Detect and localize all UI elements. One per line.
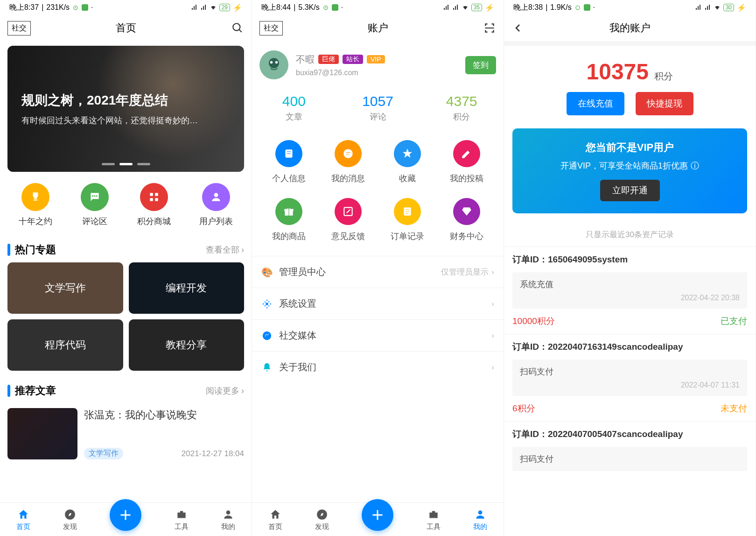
compass-icon bbox=[63, 508, 77, 522]
svg-point-4 bbox=[94, 195, 96, 197]
battery-icon: 29 bbox=[219, 4, 230, 11]
row-social-media[interactable]: 社交媒体 › bbox=[252, 319, 504, 351]
topic-program[interactable]: 程序代码 bbox=[7, 319, 123, 371]
user-icon bbox=[221, 508, 235, 522]
view-all-link[interactable]: 查看全部› bbox=[206, 244, 244, 255]
gear-icon bbox=[261, 298, 273, 310]
row-admin-center[interactable]: 🎨管理员中心 仅管理员显示› bbox=[252, 256, 504, 288]
order-amount: 6积分 bbox=[512, 402, 535, 415]
banner[interactable]: 规则之树，2021年度总结 有时候回过头来看这个网站，还觉得挺奇妙的… bbox=[7, 46, 244, 172]
signal-icon-2 bbox=[453, 4, 459, 11]
article-item[interactable]: 张温克：我的心事说晚安 文学写作 2021-12-27 18:04 bbox=[7, 403, 244, 464]
nav-discover[interactable]: 发现 bbox=[63, 508, 77, 531]
menu-products[interactable]: 我的商品 bbox=[261, 198, 316, 242]
stats-row: 400文章 1057评论 4375积分 bbox=[252, 89, 504, 134]
message-icon bbox=[335, 140, 362, 167]
svg-rect-6 bbox=[150, 193, 153, 196]
screen-account: 晚上8:44 | 5.3K/s · 35 ⚡ 社交 账户 不暇 巨佬 bbox=[252, 0, 504, 536]
row-about[interactable]: 关于我们 › bbox=[252, 351, 504, 383]
username: 不暇 bbox=[296, 53, 315, 66]
nav-mine[interactable]: 我的 bbox=[221, 508, 235, 531]
menu-messages[interactable]: 我的消息 bbox=[321, 140, 375, 184]
nav-tools[interactable]: 工具 bbox=[175, 508, 189, 531]
vip-subtitle: 开通VIP，可享受全站商品1折优惠ⓘ bbox=[522, 160, 738, 171]
nav-tools[interactable]: 工具 bbox=[427, 508, 441, 531]
app-dot-icon bbox=[332, 4, 338, 11]
quick-points-mall[interactable]: 积分商城 bbox=[137, 183, 171, 227]
battery-icon: 30 bbox=[723, 4, 734, 11]
order-item[interactable]: 订单ID：20220407005407scancodealipay 扫码支付 bbox=[504, 421, 756, 478]
social-tag[interactable]: 社交 bbox=[259, 21, 283, 35]
stat-points[interactable]: 4375积分 bbox=[420, 93, 504, 122]
menu-submissions[interactable]: 我的投稿 bbox=[440, 140, 494, 184]
briefcase-icon bbox=[175, 508, 189, 522]
app-dot-icon bbox=[82, 4, 88, 11]
menu-profile[interactable]: 个人信息 bbox=[261, 140, 316, 184]
chat-icon bbox=[81, 183, 109, 211]
banner-dot-active[interactable] bbox=[119, 163, 133, 165]
list-icon bbox=[394, 198, 421, 225]
article-date: 2021-12-27 18:04 bbox=[182, 449, 244, 458]
rec-title: 推荐文章 bbox=[15, 384, 56, 398]
recharge-button[interactable]: 在线充值 bbox=[567, 92, 624, 115]
topic-tutorial[interactable]: 教程分享 bbox=[129, 319, 245, 371]
fab-add-button[interactable] bbox=[362, 499, 393, 531]
social-tag[interactable]: 社交 bbox=[7, 21, 31, 35]
chevron-right-icon: › bbox=[491, 299, 494, 309]
points-display: 10375 积分 bbox=[504, 46, 756, 92]
banner-dot[interactable] bbox=[137, 163, 150, 165]
status-sep: | bbox=[42, 3, 43, 12]
chevron-right-icon: › bbox=[491, 331, 494, 340]
menu-grid: 个人信息 我的消息 收藏 我的投稿 我的商品 意见反馈 订单记录 财务中心 bbox=[252, 134, 504, 256]
search-icon[interactable] bbox=[231, 21, 244, 35]
nav-home[interactable]: 首页 bbox=[268, 508, 282, 531]
topic-literature[interactable]: 文学写作 bbox=[7, 262, 123, 314]
stat-articles[interactable]: 400文章 bbox=[252, 93, 336, 122]
nav-discover[interactable]: 发现 bbox=[315, 508, 329, 531]
fab-add-button[interactable] bbox=[110, 499, 141, 531]
order-item[interactable]: 订单ID：20220407163149scancodealipay 扫码支付 2… bbox=[504, 334, 756, 421]
nav-mine[interactable]: 我的 bbox=[473, 508, 487, 531]
quick-comments[interactable]: 评论区 bbox=[81, 183, 109, 227]
gift-icon bbox=[275, 198, 302, 225]
order-status: 未支付 bbox=[721, 402, 747, 415]
avatar[interactable] bbox=[259, 50, 288, 79]
menu-finance[interactable]: 财务中心 bbox=[440, 198, 494, 242]
order-id: 订单ID：1650649095system bbox=[512, 254, 747, 266]
menu-orders[interactable]: 订单记录 bbox=[380, 198, 435, 242]
vip-card: 您当前不是VIP用户 开通VIP，可享受全站商品1折优惠ⓘ 立即开通 bbox=[512, 128, 747, 213]
topic-coding[interactable]: 编程开发 bbox=[129, 262, 245, 314]
scan-icon[interactable] bbox=[483, 21, 496, 35]
quick-ten-year[interactable]: 十年之约 bbox=[19, 183, 52, 227]
menu-feedback[interactable]: 意见反馈 bbox=[321, 198, 375, 242]
quick-users[interactable]: 用户列表 bbox=[199, 183, 233, 227]
stat-comments[interactable]: 1057评论 bbox=[336, 93, 420, 122]
briefcase-icon bbox=[427, 508, 441, 522]
status-time: 晚上8:37 bbox=[9, 3, 39, 13]
social-icon bbox=[261, 330, 273, 341]
back-button[interactable] bbox=[511, 21, 525, 35]
svg-point-27 bbox=[478, 510, 483, 515]
chevron-right-icon: › bbox=[241, 245, 244, 255]
order-item[interactable]: 订单ID：1650649095system 系统充值 2022-04-22 20… bbox=[504, 247, 756, 334]
checkin-button[interactable]: 签到 bbox=[465, 56, 496, 74]
row-system-settings[interactable]: 系统设置 › bbox=[252, 288, 504, 319]
svg-point-5 bbox=[96, 195, 98, 197]
banner-dot[interactable] bbox=[102, 163, 115, 165]
read-more-link[interactable]: 阅读更多› bbox=[206, 385, 244, 396]
vip-open-button[interactable]: 立即开通 bbox=[600, 180, 660, 201]
help-icon[interactable]: ⓘ bbox=[691, 160, 699, 171]
status-time: 晚上8:38 bbox=[513, 3, 543, 13]
nav-home[interactable]: 首页 bbox=[16, 508, 30, 531]
charging-icon: ⚡ bbox=[485, 3, 494, 12]
order-id: 订单ID：20220407005407scancodealipay bbox=[512, 428, 747, 440]
svg-rect-14 bbox=[332, 4, 338, 11]
menu-favorites[interactable]: 收藏 bbox=[380, 140, 435, 184]
status-speed: 5.3K/s bbox=[298, 3, 319, 12]
app-dot-icon bbox=[584, 4, 590, 11]
profile-name-row: 不暇 巨佬 站长 VIP bbox=[296, 53, 458, 66]
withdraw-button[interactable]: 快捷提现 bbox=[636, 92, 693, 115]
divider bbox=[504, 41, 756, 46]
chevron-right-icon: › bbox=[491, 268, 494, 277]
signal-icon-2 bbox=[705, 4, 711, 11]
